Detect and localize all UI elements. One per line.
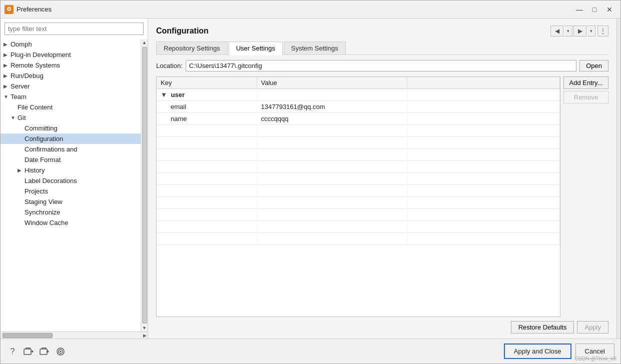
arrow-icon bbox=[18, 157, 25, 162]
watermark: CSDN @Think_kill bbox=[575, 356, 616, 362]
tree-item-committing[interactable]: Committing bbox=[1, 123, 141, 134]
close-button[interactable]: ✕ bbox=[602, 4, 616, 16]
tree-item-staging-view[interactable]: Staging View bbox=[1, 196, 141, 207]
footer: ? Apply and Close Cancel bbox=[1, 338, 620, 364]
import-icon[interactable] bbox=[39, 346, 51, 358]
scrollbar-thumb[interactable] bbox=[142, 47, 147, 324]
table-row[interactable]: name ccccqqqq bbox=[157, 113, 560, 125]
tree-item-team[interactable]: ▼ Team bbox=[1, 92, 141, 102]
tree-item-synchronize[interactable]: Synchronize bbox=[1, 207, 141, 218]
restore-defaults-button[interactable]: Restore Defaults bbox=[511, 321, 574, 334]
tree-item-date-format[interactable]: Date Format bbox=[1, 154, 141, 165]
tree-item-configuration[interactable]: Configuration bbox=[1, 134, 141, 144]
arrow-icon bbox=[18, 210, 25, 215]
table-row[interactable]: ▼ user bbox=[157, 89, 560, 101]
tab-system-settings[interactable]: System Settings bbox=[284, 42, 346, 54]
filter-input[interactable] bbox=[5, 22, 144, 35]
tree-label: Synchronize bbox=[25, 208, 139, 216]
scroll-up-arrow[interactable]: ▲ bbox=[142, 40, 147, 45]
tree-label: Server bbox=[11, 82, 139, 90]
title-bar-controls: — □ ✕ bbox=[572, 4, 616, 16]
config-table: Key Value ▼ user bbox=[157, 77, 560, 245]
tree-item-server[interactable]: ▶ Server bbox=[1, 81, 141, 92]
table-row-empty bbox=[157, 221, 560, 233]
tree-item-confirmations[interactable]: Confirmations and bbox=[1, 144, 141, 154]
svg-rect-0 bbox=[24, 349, 31, 354]
apply-and-close-button[interactable]: Apply and Close bbox=[504, 344, 571, 359]
export-icon[interactable] bbox=[23, 346, 35, 358]
main-content: ▶ Oomph ▶ Plug-in Development ▶ Remote S… bbox=[1, 18, 620, 338]
tree-scrollbar[interactable]: ▲ ▼ bbox=[141, 39, 148, 332]
tree-label: Remote Systems bbox=[11, 62, 139, 69]
table-row-empty bbox=[157, 233, 560, 245]
arrow-icon: ▶ bbox=[4, 73, 11, 78]
tab-user-settings[interactable]: User Settings bbox=[229, 42, 283, 55]
panel-title-text: Configuration bbox=[156, 26, 209, 36]
tree-item-history[interactable]: ▶ History bbox=[1, 165, 141, 176]
maximize-button[interactable]: □ bbox=[587, 4, 601, 16]
table-cell-value: ccccqqqq bbox=[257, 113, 407, 125]
tree-item-git[interactable]: ▼ Git bbox=[1, 112, 141, 123]
tab-repository[interactable]: Repository Settings bbox=[156, 42, 228, 54]
minimize-button[interactable]: — bbox=[572, 4, 586, 16]
config-table-container: Key Value ▼ user bbox=[156, 76, 560, 317]
entry-key-label: email bbox=[161, 103, 186, 110]
table-row-empty bbox=[157, 125, 560, 137]
forward-dropdown-button[interactable]: ▾ bbox=[587, 26, 595, 36]
tree-item-remote-systems[interactable]: ▶ Remote Systems bbox=[1, 60, 141, 70]
entry-key-label: name bbox=[161, 115, 187, 122]
back-dropdown-button[interactable]: ▾ bbox=[564, 26, 572, 36]
table-row-empty bbox=[157, 197, 560, 209]
tree-scroll-area[interactable]: ▶ Oomph ▶ Plug-in Development ▶ Remote S… bbox=[1, 39, 141, 332]
horizontal-scrollbar[interactable]: ▶ bbox=[1, 332, 148, 338]
title-bar-text: Preferences bbox=[17, 6, 572, 13]
tree-item-run-debug[interactable]: ▶ Run/Debug bbox=[1, 70, 141, 81]
tree-label: Team bbox=[11, 93, 139, 100]
app-icon: ⚙ bbox=[5, 5, 14, 14]
tree-label: Configuration bbox=[25, 135, 139, 142]
table-cell-key: email bbox=[157, 101, 257, 113]
arrow-icon bbox=[18, 199, 25, 204]
tree-item-label-decorations[interactable]: Label Decorations bbox=[1, 176, 141, 186]
forward-button[interactable]: ▶ bbox=[573, 26, 586, 36]
arrow-icon: ▶ bbox=[4, 62, 11, 68]
remove-button[interactable]: Remove bbox=[563, 91, 608, 104]
back-button[interactable]: ◀ bbox=[550, 26, 563, 36]
bottom-actions: Restore Defaults Apply bbox=[156, 317, 608, 334]
target-icon[interactable] bbox=[55, 346, 67, 358]
arrow-icon bbox=[18, 178, 25, 184]
horizontal-scrollbar-thumb[interactable] bbox=[3, 333, 53, 338]
panel-title-row: Configuration ◀ ▾ ▶ ▾ ⋮ bbox=[156, 26, 608, 36]
tree-item-plugin-dev[interactable]: ▶ Plug-in Development bbox=[1, 50, 141, 60]
tree-label: History bbox=[25, 166, 139, 174]
col-header-key: Key bbox=[157, 77, 257, 89]
location-label: Location: bbox=[156, 62, 183, 70]
expand-icon: ▼ bbox=[161, 91, 167, 98]
table-row-empty bbox=[157, 149, 560, 161]
table-cell-key: name bbox=[157, 113, 257, 125]
arrow-icon: ▼ bbox=[4, 94, 11, 100]
tree-item-oomph[interactable]: ▶ Oomph bbox=[1, 39, 141, 50]
scroll-right-arrow-icon[interactable]: ▶ bbox=[143, 333, 147, 338]
table-row[interactable]: email 1347793161@qq.com bbox=[157, 101, 560, 113]
tree-item-file-content[interactable]: File Content bbox=[1, 102, 141, 112]
scroll-down-arrow[interactable]: ▼ bbox=[142, 326, 147, 330]
apply-button[interactable]: Apply bbox=[577, 321, 608, 334]
arrow-icon bbox=[18, 126, 25, 131]
tree-item-window-cache[interactable]: Window Cache bbox=[1, 218, 141, 228]
table-row-empty bbox=[157, 185, 560, 197]
table-cell-value bbox=[257, 89, 407, 101]
tree-label: Git bbox=[18, 114, 139, 122]
table-row-empty bbox=[157, 209, 560, 221]
more-options-button[interactable]: ⋮ bbox=[597, 26, 608, 36]
right-panel: Configuration ◀ ▾ ▶ ▾ ⋮ Repository Setti… bbox=[148, 18, 616, 338]
help-icon[interactable]: ? bbox=[7, 346, 19, 358]
config-table-wrapper: Key Value ▼ user bbox=[156, 76, 608, 317]
tree-item-projects[interactable]: Projects bbox=[1, 186, 141, 196]
open-button[interactable]: Open bbox=[579, 60, 608, 72]
footer-icons: ? bbox=[7, 346, 67, 358]
section-label: user bbox=[171, 91, 185, 98]
add-entry-button[interactable]: Add Entry... bbox=[563, 76, 608, 89]
location-input[interactable] bbox=[186, 60, 576, 72]
right-panel-edge bbox=[616, 18, 620, 338]
